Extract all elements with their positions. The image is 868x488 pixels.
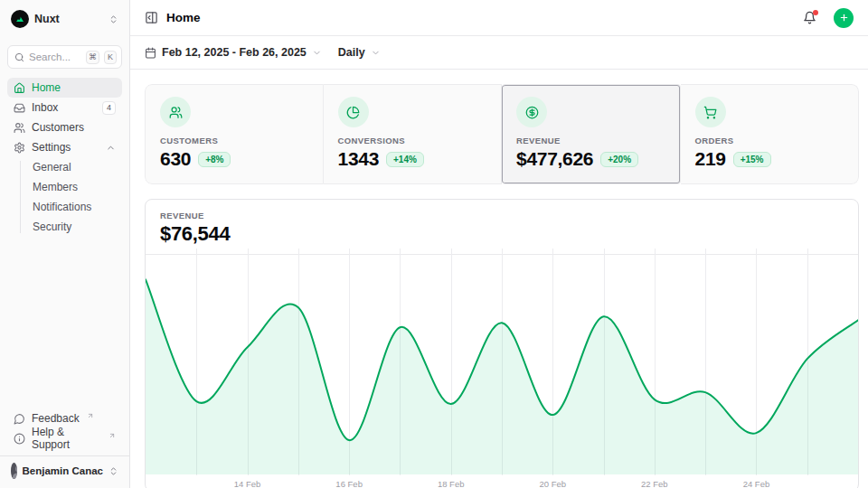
gear-icon <box>14 142 25 154</box>
chevrons-up-down-icon <box>108 466 118 476</box>
page-title: Home <box>166 11 795 24</box>
content-area: CUSTOMERS 630 +8% CONVERSIONS 1343 +14% <box>130 70 868 488</box>
circle-dollar-icon <box>516 97 547 127</box>
dashboard-app: Nuxt ⌘ K Home Inbo <box>0 0 868 488</box>
message-circle-icon <box>14 413 25 425</box>
cmd-keycap: ⌘ <box>86 51 99 64</box>
sidebar-item-general[interactable]: General <box>27 157 122 177</box>
sidebar-item-notifications[interactable]: Notifications <box>27 197 122 217</box>
cart-icon <box>695 97 726 127</box>
sidebar-item-members[interactable]: Members <box>27 177 122 197</box>
top-header: Home <box>130 0 868 36</box>
search-icon <box>14 52 24 62</box>
stat-card-conversions[interactable]: CONVERSIONS 1343 +14% <box>324 84 503 184</box>
stat-label: REVENUE <box>516 136 665 145</box>
stat-value: 219 <box>695 148 726 170</box>
sidebar-item-settings[interactable]: Settings <box>7 137 122 157</box>
delta-badge: +15% <box>733 152 771 167</box>
granularity-select[interactable]: Daily <box>338 46 381 59</box>
date-range-label: Feb 12, 2025 - Feb 26, 2025 <box>162 46 307 59</box>
external-link-icon <box>108 432 116 439</box>
search-field[interactable] <box>29 52 81 62</box>
chevron-down-icon <box>312 48 322 58</box>
sidebar-item-inbox[interactable]: Inbox 4 <box>7 98 122 117</box>
x-axis-tick-label: 14 Feb <box>234 479 261 488</box>
stat-value: 630 <box>160 148 191 170</box>
stat-value: $477,626 <box>516 148 593 170</box>
stat-card-customers[interactable]: CUSTOMERS 630 +8% <box>145 84 324 184</box>
chart-total-value: $76,544 <box>160 222 844 246</box>
calendar-icon <box>145 47 156 59</box>
chevron-up-icon <box>106 143 116 153</box>
main-panel: Home Feb 12, 2025 - Feb 26, 2025 Daily <box>130 0 868 488</box>
sidebar: Nuxt ⌘ K Home Inbo <box>0 0 130 488</box>
x-axis-tick-label: 18 Feb <box>438 479 465 488</box>
delta-badge: +14% <box>386 152 424 167</box>
chart-pie-icon <box>338 97 369 127</box>
workspace-name: Nuxt <box>34 13 103 25</box>
stats-row: CUSTOMERS 630 +8% CONVERSIONS 1343 +14% <box>145 84 859 184</box>
revenue-chart-card: REVENUE $76,544 14 Feb16 Feb18 Feb20 Feb… <box>145 199 859 488</box>
k-keycap: K <box>104 51 117 64</box>
delta-badge: +8% <box>198 152 231 167</box>
sidebar-item-customers[interactable]: Customers <box>7 117 122 137</box>
notifications-button[interactable] <box>803 11 816 24</box>
stat-label: ORDERS <box>695 136 844 145</box>
users-icon <box>160 97 191 127</box>
settings-subnav: General Members Notifications Security <box>7 157 122 237</box>
sidebar-item-help-support[interactable]: Help & Support <box>7 428 122 448</box>
chart-header: REVENUE $76,544 <box>146 200 858 255</box>
x-axis-tick-label: 20 Feb <box>539 479 566 488</box>
user-name: Benjamin Canac <box>23 465 103 476</box>
area-chart-svg <box>146 249 858 475</box>
inbox-count-badge: 4 <box>102 101 116 115</box>
sidebar-item-label: Help & Support <box>32 426 101 451</box>
chart-title: REVENUE <box>160 211 844 221</box>
sidebar-item-security[interactable]: Security <box>27 217 122 237</box>
user-menu[interactable]: Benjamin Canac <box>7 456 122 481</box>
filters-toolbar: Feb 12, 2025 - Feb 26, 2025 Daily <box>130 36 868 70</box>
plus-icon <box>839 13 849 23</box>
chevron-down-icon <box>371 48 381 58</box>
workspace-switcher[interactable]: Nuxt <box>7 7 122 31</box>
stat-label: CONVERSIONS <box>338 136 487 145</box>
stat-value: 1343 <box>338 148 380 170</box>
chevrons-up-down-icon <box>108 14 118 24</box>
sidebar-item-label: Inbox <box>32 101 58 114</box>
sidebar-item-label: Home <box>32 81 61 94</box>
sidebar-item-home[interactable]: Home <box>7 78 122 98</box>
nuxt-logo-icon <box>11 10 29 28</box>
stat-label: CUSTOMERS <box>160 136 308 145</box>
add-button[interactable] <box>834 8 854 28</box>
x-axis-tick-label: 22 Feb <box>641 479 668 488</box>
stat-card-revenue[interactable]: REVENUE $477,626 +20% <box>502 84 681 184</box>
stat-card-orders[interactable]: ORDERS 219 +15% <box>681 84 860 184</box>
info-circle-icon <box>14 433 25 445</box>
user-avatar <box>11 463 17 479</box>
chart-x-axis: 14 Feb16 Feb18 Feb20 Feb22 Feb24 Feb <box>146 479 858 488</box>
inbox-icon <box>14 102 25 114</box>
notification-dot <box>813 10 818 15</box>
granularity-label: Daily <box>338 46 365 59</box>
sidebar-collapse-icon[interactable] <box>145 11 158 24</box>
external-link-icon <box>87 412 94 419</box>
users-icon <box>14 122 25 134</box>
sidebar-item-label: Customers <box>32 121 84 134</box>
x-axis-tick-label: 24 Feb <box>743 479 770 488</box>
chart-area-fill <box>146 279 858 474</box>
sidebar-item-label: Feedback <box>32 412 80 425</box>
revenue-area-chart[interactable] <box>146 249 858 475</box>
home-icon <box>14 82 25 94</box>
delta-badge: +20% <box>600 152 638 167</box>
sidebar-item-label: Settings <box>32 141 71 154</box>
search-input[interactable]: ⌘ K <box>7 45 122 69</box>
sidebar-nav: Home Inbox 4 Customers Setting <box>7 78 122 237</box>
x-axis-tick-label: 16 Feb <box>335 479 363 488</box>
date-range-picker[interactable]: Feb 12, 2025 - Feb 26, 2025 <box>145 46 322 59</box>
